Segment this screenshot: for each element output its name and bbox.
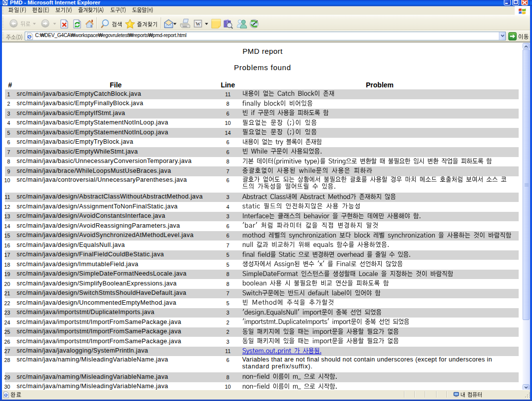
- svg-text:W: W: [195, 21, 200, 27]
